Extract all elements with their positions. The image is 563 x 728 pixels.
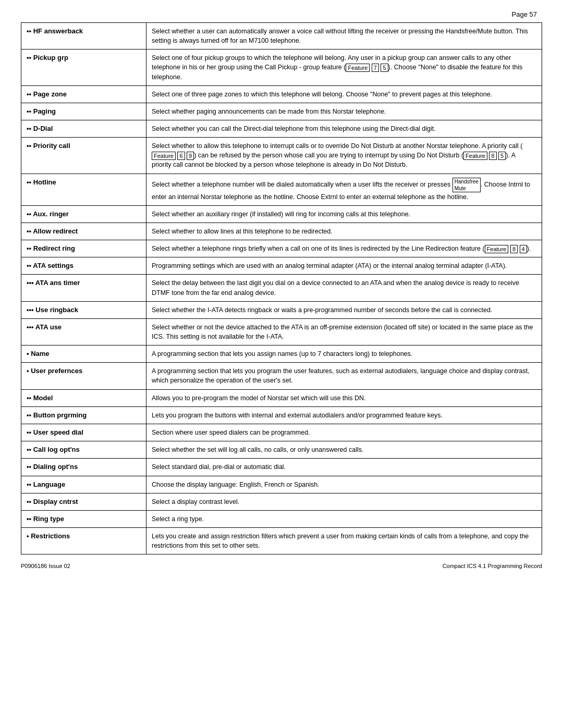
table-row: •• PagingSelect whether paging announcem…	[21, 103, 542, 120]
description-cell: Lets you program the buttons with intern…	[146, 406, 542, 424]
term-cell: ••• Use ringback	[21, 301, 146, 318]
table-row: • NameA programming section that lets yo…	[21, 346, 542, 363]
term-cell: •• ATA settings	[21, 257, 146, 275]
table-row: •• Page zoneSelect one of three page zon…	[21, 85, 542, 103]
table-row: •• Aux. ringerSelect whether an auxiliar…	[21, 205, 542, 223]
table-row: •• Allow redirectSelect whether to allow…	[21, 223, 542, 240]
term-cell: •• Redirect ring	[21, 240, 146, 257]
term-cell: •• Priority call	[21, 138, 146, 174]
description-cell: Select a display contrast level.	[146, 493, 542, 510]
term-cell: •• Model	[21, 389, 146, 406]
term-cell: •• Call log opt'ns	[21, 441, 146, 459]
description-cell: Select whether or not the device attache…	[146, 318, 542, 345]
footer-left: P0906186 Issue 02	[21, 563, 70, 569]
table-row: ••• Use ringbackSelect whether the I-ATA…	[21, 301, 542, 318]
description-cell: A programming section that lets you assi…	[146, 346, 542, 363]
description-cell: Programming settings which are used with…	[146, 257, 542, 275]
table-row: •• Button prgrmingLets you program the b…	[21, 406, 542, 424]
description-cell: Lets you create and assign restriction f…	[146, 528, 542, 554]
table-row: •• HotlineSelect whether a telephone num…	[21, 174, 542, 205]
description-cell: Select whether to allow lines at this te…	[146, 223, 542, 240]
term-cell: •• Language	[21, 476, 146, 493]
description-cell: Select whether paging announcements can …	[146, 103, 542, 120]
description-cell: Select one of three page zones to which …	[146, 85, 542, 103]
table-row: •• ModelAllows you to pre-program the mo…	[21, 389, 542, 406]
term-cell: ••• ATA use	[21, 318, 146, 345]
term-cell: •• Button prgrming	[21, 406, 146, 424]
description-cell: Select one of four pickup groups to whic…	[146, 50, 542, 85]
description-cell: Select whether an auxiliary ringer (if i…	[146, 205, 542, 223]
term-cell: • Restrictions	[21, 528, 146, 554]
table-row: •• ATA settingsProgramming settings whic…	[21, 257, 542, 275]
table-row: •• Display cntrstSelect a display contra…	[21, 493, 542, 510]
term-cell: •• D-Dial	[21, 120, 146, 138]
table-row: ••• ATA useSelect whether or not the dev…	[21, 318, 542, 345]
table-row: •• HF answerbackSelect whether a user ca…	[21, 23, 542, 50]
table-row: •• Pickup grpSelect one of four pickup g…	[21, 50, 542, 85]
table-row: •• LanguageChoose the display language: …	[21, 476, 542, 493]
description-cell: A programming section that lets you prog…	[146, 363, 542, 389]
description-cell: Select whether a user can automatically …	[146, 23, 542, 50]
term-cell: •• Ring type	[21, 510, 146, 527]
term-cell: •• Page zone	[21, 85, 146, 103]
description-cell: Select the delay between the last digit …	[146, 275, 542, 301]
table-row: •• Ring typeSelect a ring type.	[21, 510, 542, 527]
main-table: •• HF answerbackSelect whether a user ca…	[21, 22, 542, 554]
description-cell: Select whether a telephone rings briefly…	[146, 240, 542, 257]
term-cell: •• HF answerback	[21, 23, 146, 50]
term-cell: •• Display cntrst	[21, 493, 146, 510]
description-cell: Select whether the I-ATA detects ringbac…	[146, 301, 542, 318]
description-cell: Section where user speed dialers can be …	[146, 424, 542, 441]
page-number: Page 57	[21, 10, 542, 18]
term-cell: • Name	[21, 346, 146, 363]
table-row: •• Redirect ringSelect whether a telepho…	[21, 240, 542, 257]
table-row: •• Call log opt'nsSelect whether the set…	[21, 441, 542, 459]
table-row: • RestrictionsLets you create and assign…	[21, 528, 542, 554]
term-cell: •• Dialing opt'ns	[21, 459, 146, 476]
table-row: • User preferncesA programming section t…	[21, 363, 542, 389]
table-row: ••• ATA ans timerSelect the delay betwee…	[21, 275, 542, 301]
term-cell: ••• ATA ans timer	[21, 275, 146, 301]
description-cell: Select whether to allow this telephone t…	[146, 138, 542, 174]
description-cell: Select whether you can call the Direct-d…	[146, 120, 542, 138]
term-cell: • User prefernces	[21, 363, 146, 389]
description-cell: Choose the display language: English, Fr…	[146, 476, 542, 493]
description-cell: Allows you to pre-program the model of N…	[146, 389, 542, 406]
term-cell: •• Hotline	[21, 174, 146, 205]
table-row: •• User speed dialSection where user spe…	[21, 424, 542, 441]
description-cell: Select whether the set will log all call…	[146, 441, 542, 459]
description-cell: Select whether a telephone number will b…	[146, 174, 542, 205]
description-cell: Select a ring type.	[146, 510, 542, 527]
term-cell: •• Pickup grp	[21, 50, 146, 85]
term-cell: •• User speed dial	[21, 424, 146, 441]
table-row: •• Priority callSelect whether to allow …	[21, 138, 542, 174]
term-cell: •• Aux. ringer	[21, 205, 146, 223]
table-row: •• D-DialSelect whether you can call the…	[21, 120, 542, 138]
footer: P0906186 Issue 02 Compact ICS 4.1 Progra…	[21, 563, 542, 569]
description-cell: Select standard dial, pre-dial or automa…	[146, 459, 542, 476]
table-row: •• Dialing opt'nsSelect standard dial, p…	[21, 459, 542, 476]
term-cell: •• Paging	[21, 103, 146, 120]
term-cell: •• Allow redirect	[21, 223, 146, 240]
footer-right: Compact ICS 4.1 Programming Record	[443, 563, 542, 569]
